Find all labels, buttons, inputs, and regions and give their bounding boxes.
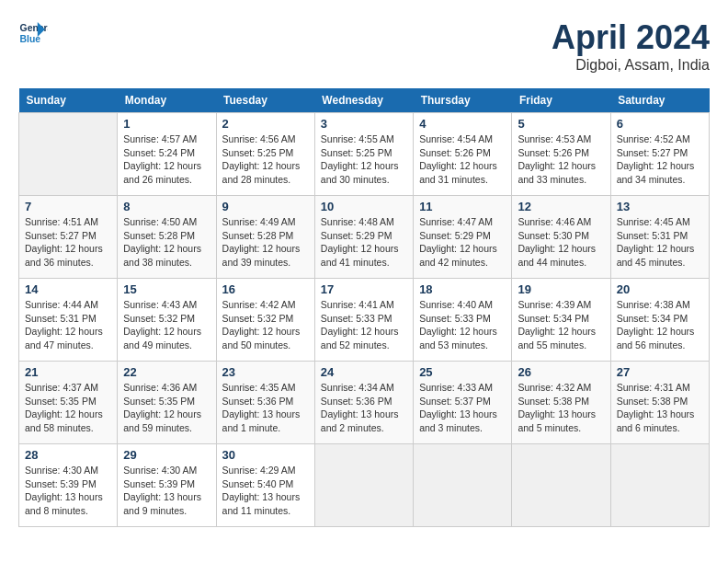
calendar-cell: 12Sunrise: 4:46 AMSunset: 5:30 PMDayligh… — [512, 196, 610, 279]
day-number: 26 — [518, 365, 604, 379]
day-number: 7 — [25, 200, 111, 213]
day-info: Sunrise: 4:45 AMSunset: 5:31 PMDaylight:… — [617, 215, 703, 270]
day-info: Sunrise: 4:34 AMSunset: 5:36 PMDaylight:… — [321, 381, 407, 435]
calendar-cell: 29Sunrise: 4:30 AMSunset: 5:39 PMDayligh… — [118, 444, 216, 527]
day-info: Sunrise: 4:47 AMSunset: 5:29 PMDaylight:… — [419, 215, 506, 270]
day-info: Sunrise: 4:56 AMSunset: 5:25 PMDaylight:… — [222, 132, 309, 187]
day-number: 28 — [25, 448, 111, 462]
day-info: Sunrise: 4:55 AMSunset: 5:25 PMDaylight:… — [321, 132, 407, 187]
weekday-header-wednesday: Wednesday — [314, 88, 413, 113]
calendar-cell: 19Sunrise: 4:39 AMSunset: 5:34 PMDayligh… — [512, 279, 610, 362]
calendar-cell: 3Sunrise: 4:55 AMSunset: 5:25 PMDaylight… — [314, 113, 413, 196]
calendar-cell: 28Sunrise: 4:30 AMSunset: 5:39 PMDayligh… — [19, 444, 118, 527]
calendar-table: SundayMondayTuesdayWednesdayThursdayFrid… — [18, 88, 710, 527]
day-info: Sunrise: 4:30 AMSunset: 5:39 PMDaylight:… — [123, 464, 210, 518]
day-info: Sunrise: 4:48 AMSunset: 5:29 PMDaylight:… — [321, 215, 407, 270]
logo-icon: General Blue — [18, 18, 48, 48]
day-info: Sunrise: 4:57 AMSunset: 5:24 PMDaylight:… — [123, 132, 210, 187]
calendar-cell — [314, 444, 413, 527]
day-number: 3 — [321, 117, 407, 131]
day-info: Sunrise: 4:43 AMSunset: 5:32 PMDaylight:… — [123, 298, 210, 352]
calendar-cell: 13Sunrise: 4:45 AMSunset: 5:31 PMDayligh… — [610, 196, 709, 279]
calendar-cell: 5Sunrise: 4:53 AMSunset: 5:26 PMDaylight… — [512, 113, 610, 196]
day-info: Sunrise: 4:36 AMSunset: 5:35 PMDaylight:… — [123, 381, 210, 435]
weekday-header-friday: Friday — [512, 88, 610, 113]
calendar-cell: 10Sunrise: 4:48 AMSunset: 5:29 PMDayligh… — [314, 196, 413, 279]
calendar-cell: 24Sunrise: 4:34 AMSunset: 5:36 PMDayligh… — [314, 362, 413, 444]
calendar-cell: 16Sunrise: 4:42 AMSunset: 5:32 PMDayligh… — [216, 279, 314, 362]
day-info: Sunrise: 4:40 AMSunset: 5:33 PMDaylight:… — [419, 298, 506, 352]
day-info: Sunrise: 4:54 AMSunset: 5:26 PMDaylight:… — [419, 132, 506, 187]
weekday-header-saturday: Saturday — [610, 88, 709, 113]
day-info: Sunrise: 4:30 AMSunset: 5:39 PMDaylight:… — [25, 464, 111, 518]
day-number: 27 — [617, 365, 703, 379]
day-info: Sunrise: 4:39 AMSunset: 5:34 PMDaylight:… — [518, 298, 604, 352]
day-number: 12 — [518, 200, 604, 213]
day-number: 19 — [518, 282, 604, 296]
calendar-cell: 14Sunrise: 4:44 AMSunset: 5:31 PMDayligh… — [19, 279, 118, 362]
calendar-cell: 18Sunrise: 4:40 AMSunset: 5:33 PMDayligh… — [414, 279, 512, 362]
calendar-cell: 6Sunrise: 4:52 AMSunset: 5:27 PMDaylight… — [610, 113, 709, 196]
day-number: 20 — [617, 282, 703, 296]
day-number: 15 — [123, 282, 210, 296]
calendar-cell: 1Sunrise: 4:57 AMSunset: 5:24 PMDaylight… — [118, 113, 216, 196]
day-number: 8 — [123, 200, 210, 213]
day-number: 4 — [419, 117, 506, 131]
weekday-header-thursday: Thursday — [414, 88, 512, 113]
logo: General Blue — [18, 18, 48, 48]
day-info: Sunrise: 4:52 AMSunset: 5:27 PMDaylight:… — [617, 132, 703, 187]
calendar-cell — [610, 444, 709, 527]
day-info: Sunrise: 4:37 AMSunset: 5:35 PMDaylight:… — [25, 381, 111, 435]
day-info: Sunrise: 4:42 AMSunset: 5:32 PMDaylight:… — [222, 298, 309, 352]
calendar-cell: 7Sunrise: 4:51 AMSunset: 5:27 PMDaylight… — [19, 196, 118, 279]
calendar-week-row: 21Sunrise: 4:37 AMSunset: 5:35 PMDayligh… — [19, 362, 710, 444]
day-number: 18 — [419, 282, 506, 296]
calendar-cell — [512, 444, 610, 527]
day-info: Sunrise: 4:33 AMSunset: 5:37 PMDaylight:… — [419, 381, 506, 435]
day-number: 1 — [123, 117, 210, 131]
day-info: Sunrise: 4:53 AMSunset: 5:26 PMDaylight:… — [518, 132, 604, 187]
day-number: 24 — [321, 365, 407, 379]
calendar-cell — [414, 444, 512, 527]
day-info: Sunrise: 4:35 AMSunset: 5:36 PMDaylight:… — [222, 381, 309, 435]
day-info: Sunrise: 4:49 AMSunset: 5:28 PMDaylight:… — [222, 215, 309, 270]
day-info: Sunrise: 4:32 AMSunset: 5:38 PMDaylight:… — [518, 381, 604, 435]
calendar-cell: 17Sunrise: 4:41 AMSunset: 5:33 PMDayligh… — [314, 279, 413, 362]
calendar-week-row: 28Sunrise: 4:30 AMSunset: 5:39 PMDayligh… — [19, 444, 710, 527]
calendar-cell — [19, 113, 118, 196]
day-info: Sunrise: 4:50 AMSunset: 5:28 PMDaylight:… — [123, 215, 210, 270]
day-number: 21 — [25, 365, 111, 379]
weekday-header-sunday: Sunday — [19, 88, 118, 113]
weekday-header-row: SundayMondayTuesdayWednesdayThursdayFrid… — [19, 88, 710, 113]
day-info: Sunrise: 4:31 AMSunset: 5:38 PMDaylight:… — [617, 381, 703, 435]
calendar-week-row: 7Sunrise: 4:51 AMSunset: 5:27 PMDaylight… — [19, 196, 710, 279]
day-info: Sunrise: 4:41 AMSunset: 5:33 PMDaylight:… — [321, 298, 407, 352]
calendar-cell: 30Sunrise: 4:29 AMSunset: 5:40 PMDayligh… — [216, 444, 314, 527]
day-number: 2 — [222, 117, 309, 131]
page-header: General Blue April 2024 Digboi, Assam, I… — [18, 18, 710, 74]
day-number: 16 — [222, 282, 309, 296]
day-number: 25 — [419, 365, 506, 379]
day-number: 11 — [419, 200, 506, 213]
calendar-week-row: 1Sunrise: 4:57 AMSunset: 5:24 PMDaylight… — [19, 113, 710, 196]
title-block: April 2024 Digboi, Assam, India — [552, 18, 710, 74]
day-number: 30 — [222, 448, 309, 462]
calendar-cell: 4Sunrise: 4:54 AMSunset: 5:26 PMDaylight… — [414, 113, 512, 196]
calendar-cell: 8Sunrise: 4:50 AMSunset: 5:28 PMDaylight… — [118, 196, 216, 279]
calendar-cell: 25Sunrise: 4:33 AMSunset: 5:37 PMDayligh… — [414, 362, 512, 444]
day-number: 14 — [25, 282, 111, 296]
weekday-header-monday: Monday — [118, 88, 216, 113]
day-info: Sunrise: 4:38 AMSunset: 5:34 PMDaylight:… — [617, 298, 703, 352]
day-info: Sunrise: 4:46 AMSunset: 5:30 PMDaylight:… — [518, 215, 604, 270]
day-number: 6 — [617, 117, 703, 131]
calendar-cell: 20Sunrise: 4:38 AMSunset: 5:34 PMDayligh… — [610, 279, 709, 362]
day-number: 22 — [123, 365, 210, 379]
calendar-cell: 2Sunrise: 4:56 AMSunset: 5:25 PMDaylight… — [216, 113, 314, 196]
day-number: 5 — [518, 117, 604, 131]
month-title: April 2024 — [552, 18, 710, 57]
calendar-cell: 23Sunrise: 4:35 AMSunset: 5:36 PMDayligh… — [216, 362, 314, 444]
calendar-cell: 22Sunrise: 4:36 AMSunset: 5:35 PMDayligh… — [118, 362, 216, 444]
location: Digboi, Assam, India — [552, 57, 710, 74]
calendar-cell: 11Sunrise: 4:47 AMSunset: 5:29 PMDayligh… — [414, 196, 512, 279]
day-number: 9 — [222, 200, 309, 213]
